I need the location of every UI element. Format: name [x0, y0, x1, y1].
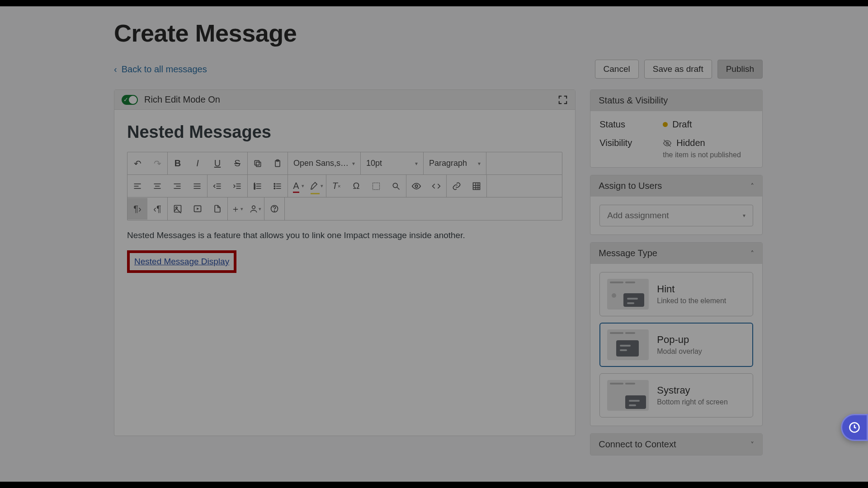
main-row: ✓ Rich Edit Mode On Nested Messages — [114, 89, 763, 455]
select-all-icon[interactable] — [366, 175, 386, 197]
bold-icon[interactable]: B — [168, 153, 188, 174]
section-header-label: Status & Visibility — [599, 95, 668, 106]
ltr-icon[interactable]: ¶› — [127, 198, 147, 220]
font-size-value: 10pt — [366, 159, 382, 168]
block-format-select[interactable]: Paragraph ▾ — [424, 159, 486, 168]
help-widget-button[interactable] — [841, 414, 868, 441]
help-icon[interactable] — [264, 198, 284, 220]
letterbox-bottom — [0, 482, 868, 488]
message-type-hint[interactable]: Hint Linked to the element — [599, 272, 753, 316]
indent-icon[interactable] — [227, 175, 247, 197]
rich-mode-toggle[interactable]: ✓ — [122, 95, 138, 105]
special-char-icon[interactable]: Ω — [346, 175, 366, 197]
app-page: Create Message ‹ Back to all messages Ca… — [0, 6, 868, 482]
status-dot-icon — [663, 122, 668, 127]
code-icon[interactable] — [426, 175, 446, 197]
article-title[interactable]: Nested Messages — [127, 122, 562, 142]
align-center-icon[interactable] — [147, 175, 167, 197]
connect-context-header[interactable]: Connect to Context — [590, 434, 762, 455]
chevron-down-icon — [750, 439, 754, 450]
message-type-title: Systray — [657, 385, 728, 396]
cancel-button[interactable]: Cancel — [595, 60, 639, 79]
align-right-icon[interactable] — [167, 175, 187, 197]
editor-spacer[interactable] — [127, 273, 562, 418]
align-justify-icon[interactable] — [187, 175, 207, 197]
page-title: Create Message — [114, 19, 763, 47]
clear-format-icon[interactable]: T× — [326, 175, 346, 197]
editor-toolbar: ↶ ↷ B I U S — [127, 152, 562, 221]
highlight-annotation: Nested Message Display — [127, 250, 236, 273]
status-label: Status — [599, 119, 658, 130]
message-type-systray[interactable]: Systray Bottom right of screen — [599, 373, 753, 418]
svg-rect-38 — [473, 183, 480, 189]
editor-panel: ✓ Rich Edit Mode On Nested Messages — [114, 89, 576, 436]
unordered-list-icon[interactable] — [268, 175, 288, 197]
svg-point-49 — [274, 211, 274, 211]
expand-icon[interactable] — [558, 95, 568, 105]
undo-icon[interactable]: ↶ — [127, 153, 147, 174]
svg-rect-43 — [175, 206, 181, 212]
svg-point-44 — [176, 207, 177, 208]
highlight-color-icon[interactable] — [307, 175, 323, 197]
font-family-value: Open Sans,s… — [293, 159, 349, 168]
preview-icon[interactable] — [406, 175, 426, 197]
visibility-label: Visibility — [599, 138, 658, 148]
sidebar: Status & Visibility Status Draft — [590, 89, 763, 455]
svg-rect-1 — [255, 160, 259, 165]
header-actions: Cancel Save as draft Publish — [595, 60, 763, 79]
svg-point-31 — [274, 183, 275, 184]
redo-icon[interactable]: ↷ — [147, 153, 167, 174]
assign-placeholder: Add assignment — [607, 211, 669, 221]
svg-rect-34 — [373, 183, 380, 189]
align-left-icon[interactable] — [127, 175, 147, 197]
image-icon[interactable] — [168, 198, 188, 220]
publish-button[interactable]: Publish — [717, 60, 763, 79]
link-icon[interactable] — [447, 175, 467, 197]
chevron-up-icon — [750, 181, 754, 191]
section-header-label: Connect to Context — [599, 439, 676, 450]
save-draft-button[interactable]: Save as draft — [644, 60, 712, 79]
font-family-select[interactable]: Open Sans,s… ▾ — [288, 159, 360, 168]
message-type-popup[interactable]: Pop-up Modal overlay — [599, 323, 753, 367]
underline-icon[interactable]: U — [208, 153, 227, 174]
status-visibility-section: Status & Visibility Status Draft — [590, 89, 763, 168]
chevron-down-icon: ▾ — [352, 160, 355, 167]
ordered-list-icon[interactable]: 123 — [248, 175, 268, 197]
block-format-value: Paragraph — [429, 159, 467, 168]
status-visibility-header: Status & Visibility — [590, 90, 762, 111]
font-size-select[interactable]: 10pt ▾ — [361, 159, 423, 168]
user-icon[interactable] — [246, 198, 261, 220]
chevron-up-icon — [750, 248, 754, 258]
insert-icon[interactable]: ＋ — [228, 198, 243, 220]
italic-icon[interactable]: I — [188, 153, 208, 174]
table-icon[interactable] — [467, 175, 486, 197]
svg-text:3: 3 — [254, 187, 255, 189]
file-icon[interactable] — [208, 198, 227, 220]
outdent-icon[interactable] — [208, 175, 227, 197]
section-header-label: Assign to Users — [599, 181, 662, 191]
assign-users-header[interactable]: Assign to Users — [590, 175, 762, 197]
rtl-icon[interactable]: ‹¶ — [147, 198, 167, 220]
svg-point-37 — [415, 185, 418, 188]
assign-users-section: Assign to Users Add assignment ▾ — [590, 175, 763, 235]
nested-message-link[interactable]: Nested Message Display — [134, 257, 229, 266]
video-icon[interactable] — [188, 198, 208, 220]
copy-icon[interactable] — [248, 153, 268, 174]
section-header-label: Message Type — [599, 248, 657, 258]
message-type-header[interactable]: Message Type — [590, 243, 762, 264]
chevron-left-icon: ‹ — [114, 64, 117, 75]
strike-icon[interactable]: S — [227, 153, 247, 174]
svg-line-36 — [397, 187, 400, 189]
letterbox-top — [0, 0, 868, 6]
search-icon[interactable] — [386, 175, 406, 197]
text-color-icon[interactable]: A — [288, 175, 304, 197]
editor-body-text[interactable]: Nested Messages is a feature that allows… — [127, 230, 562, 240]
assign-users-select[interactable]: Add assignment ▾ — [599, 205, 753, 226]
message-type-title: Hint — [657, 283, 726, 295]
svg-point-32 — [274, 185, 275, 187]
visibility-hint: the item is not published — [663, 151, 741, 159]
svg-point-47 — [252, 206, 255, 209]
thumb-icon — [607, 380, 649, 411]
back-link[interactable]: ‹ Back to all messages — [114, 64, 207, 75]
paste-icon[interactable] — [268, 153, 288, 174]
